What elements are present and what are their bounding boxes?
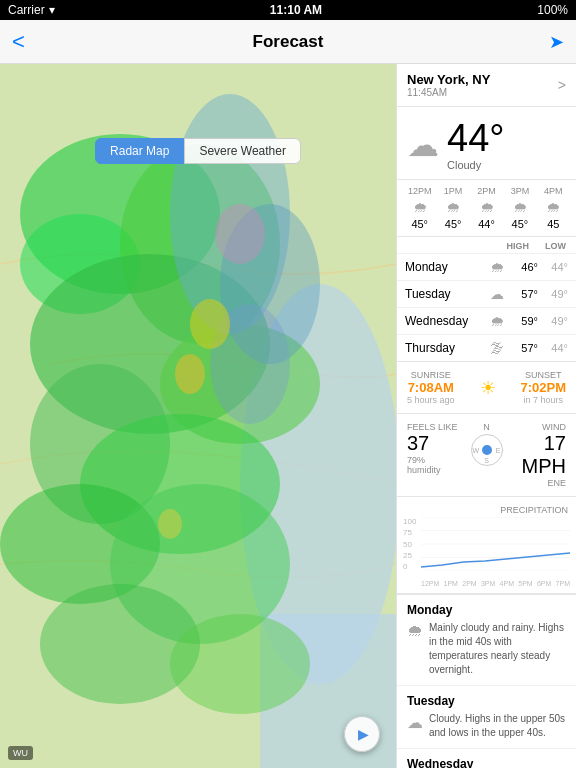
location-name: New York, NY bbox=[407, 72, 490, 87]
status-time: 11:10 AM bbox=[270, 3, 322, 17]
hour-icon: 🌧 bbox=[413, 199, 427, 215]
daily-day: Thursday bbox=[405, 341, 486, 355]
sun-arc: ☀ bbox=[455, 377, 521, 399]
precip-y-label: 25 bbox=[403, 551, 416, 560]
hour-temp: 44° bbox=[478, 218, 495, 230]
sunrise-ago: 5 hours ago bbox=[407, 395, 455, 405]
hour-label: 1PM bbox=[444, 186, 463, 196]
precipitation-chart: 1007550250 12PM1PM2PM3PM4PM5PM6PM7PM bbox=[403, 517, 570, 587]
current-temperature: 44° bbox=[447, 119, 504, 157]
map-area: Radar Map Severe Weather WU ▶ bbox=[0, 64, 396, 768]
daily-low: 44° bbox=[538, 342, 568, 354]
status-bar: Carrier ▾ 11:10 AM 100% bbox=[0, 0, 576, 20]
daily-low: 49° bbox=[538, 288, 568, 300]
play-icon: ▶ bbox=[358, 726, 369, 742]
daily-high: 46° bbox=[508, 261, 538, 273]
hour-temp: 45 bbox=[547, 218, 559, 230]
details-section: FEELS LIKE 37 79% humidity N S W E WIND … bbox=[397, 414, 576, 497]
sunrise-time: 7:08AM bbox=[407, 380, 455, 395]
daily-row-0: Monday 🌧 46° 44° bbox=[397, 253, 576, 280]
weather-condition-label: Cloudy bbox=[447, 159, 504, 171]
day-summary-header: Monday bbox=[407, 603, 566, 617]
wind-direction: ENE bbox=[513, 478, 566, 488]
precip-y-label: 50 bbox=[403, 540, 416, 549]
precip-title: PRECIPITATION bbox=[403, 505, 570, 515]
hour-temp: 45° bbox=[411, 218, 428, 230]
hour-temp: 45° bbox=[512, 218, 529, 230]
daily-section: HIGH LOW Monday 🌧 46° 44° Tuesday ☁ 57° … bbox=[397, 237, 576, 362]
svg-point-18 bbox=[175, 354, 205, 394]
back-button[interactable]: < bbox=[12, 29, 25, 55]
wu-badge: WU bbox=[8, 746, 33, 760]
map-svg bbox=[0, 64, 396, 768]
map-controls: Radar Map Severe Weather bbox=[0, 138, 396, 164]
precip-y-label: 75 bbox=[403, 528, 416, 537]
carrier-label: Carrier bbox=[8, 3, 45, 17]
hour-label: 4PM bbox=[544, 186, 563, 196]
day-summary-2: Wednesday 🌧 bbox=[397, 749, 576, 768]
day-summary-header: Tuesday bbox=[407, 694, 566, 708]
sun-section: SUNRISE 7:08AM 5 hours ago ☀ SUNSET 7:02… bbox=[397, 362, 576, 414]
daily-icon: 🌧 bbox=[486, 313, 508, 329]
precip-x-label: 2PM bbox=[462, 580, 476, 587]
day-summary-icon: ☁ bbox=[407, 712, 423, 732]
location-time: 11:45AM bbox=[407, 87, 490, 98]
hour-icon: 🌧 bbox=[513, 199, 527, 215]
daily-high-header: HIGH bbox=[507, 241, 530, 251]
page-title: Forecast bbox=[253, 32, 324, 52]
compass: S W E bbox=[471, 434, 503, 466]
precip-y-label: 100 bbox=[403, 517, 416, 526]
sunset-in: in 7 hours bbox=[520, 395, 566, 405]
day-summary-text: Mainly cloudy and rainy. Highs in the mi… bbox=[429, 621, 566, 677]
hour-label: 12PM bbox=[408, 186, 432, 196]
daily-icon: 🌧 bbox=[486, 259, 508, 275]
wind-compass-block: N S W E bbox=[460, 422, 513, 468]
location-header[interactable]: New York, NY 11:45AM > bbox=[397, 64, 576, 107]
location-chevron-icon: > bbox=[558, 77, 566, 93]
sun-icon: ☀ bbox=[480, 377, 496, 399]
daily-row-3: Thursday 🌫 57° 44° bbox=[397, 334, 576, 361]
day-summaries-section: Monday 🌧 Mainly cloudy and rainy. Highs … bbox=[397, 594, 576, 768]
hour-icon: 🌧 bbox=[446, 199, 460, 215]
daily-low: 44° bbox=[538, 261, 568, 273]
daily-icon: 🌫 bbox=[486, 340, 508, 356]
hour-icon: 🌧 bbox=[480, 199, 494, 215]
radar-map-tab[interactable]: Radar Map bbox=[95, 138, 184, 164]
title-bar: < Forecast ➤ bbox=[0, 20, 576, 64]
precip-y-axis: 1007550250 bbox=[403, 517, 416, 571]
svg-point-13 bbox=[170, 614, 310, 714]
right-panel[interactable]: New York, NY 11:45AM > ☁ 44° Cloudy 12PM… bbox=[396, 64, 576, 768]
wifi-icon: ▾ bbox=[49, 3, 55, 17]
daily-header-row: HIGH LOW bbox=[397, 237, 576, 253]
daily-day: Tuesday bbox=[405, 287, 486, 301]
precip-y-label: 0 bbox=[403, 562, 416, 571]
severe-weather-tab[interactable]: Severe Weather bbox=[184, 138, 301, 164]
feels-like-block: FEELS LIKE 37 79% humidity bbox=[407, 422, 460, 475]
battery-label: 100% bbox=[537, 3, 568, 17]
location-arrow-icon[interactable]: ➤ bbox=[549, 31, 564, 53]
daily-high: 57° bbox=[508, 288, 538, 300]
hour-label: 3PM bbox=[511, 186, 530, 196]
hour-icon: 🌧 bbox=[546, 199, 560, 215]
hour-temp: 45° bbox=[445, 218, 462, 230]
daily-row-1: Tuesday ☁ 57° 49° bbox=[397, 280, 576, 307]
daily-icon: ☁ bbox=[486, 286, 508, 302]
wind-speed: 17 MPH bbox=[513, 432, 566, 478]
svg-point-17 bbox=[190, 299, 230, 349]
hour-label: 2PM bbox=[477, 186, 496, 196]
daily-high: 59° bbox=[508, 315, 538, 327]
precip-x-label: 3PM bbox=[481, 580, 495, 587]
play-button[interactable]: ▶ bbox=[344, 716, 380, 752]
precip-x-label: 12PM bbox=[421, 580, 439, 587]
hourly-row: 12PM 🌧 45° 1PM 🌧 45° 2PM 🌧 44° 3PM 🌧 45°… bbox=[403, 186, 570, 230]
precip-x-label: 6PM bbox=[537, 580, 551, 587]
day-summary-0: Monday 🌧 Mainly cloudy and rainy. Highs … bbox=[397, 595, 576, 686]
daily-day: Monday bbox=[405, 260, 486, 274]
current-weather-section: ☁ 44° Cloudy bbox=[397, 107, 576, 180]
hour-item-3: 3PM 🌧 45° bbox=[503, 186, 536, 230]
sunset-block: SUNSET 7:02PM in 7 hours bbox=[520, 370, 566, 405]
hour-item-2: 2PM 🌧 44° bbox=[470, 186, 503, 230]
hourly-section: 12PM 🌧 45° 1PM 🌧 45° 2PM 🌧 44° 3PM 🌧 45°… bbox=[397, 180, 576, 237]
precip-x-label: 7PM bbox=[556, 580, 570, 587]
day-summary-header: Wednesday bbox=[407, 757, 566, 768]
